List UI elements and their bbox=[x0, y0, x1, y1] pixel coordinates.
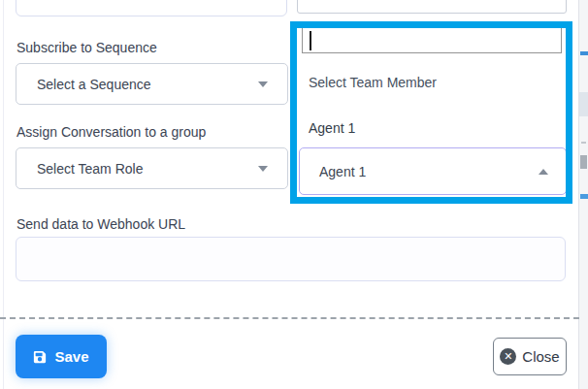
close-circle-icon: ✕ bbox=[500, 348, 516, 365]
floppy-disk-icon bbox=[33, 350, 47, 364]
caret-down-icon bbox=[258, 81, 268, 87]
background-page-fragment bbox=[580, 51, 588, 55]
save-button[interactable]: Save bbox=[16, 335, 107, 378]
assign-group-label: Assign Conversation to a group bbox=[16, 124, 206, 140]
webhook-url-input[interactable] bbox=[16, 237, 566, 281]
webhook-url-label: Send data to Webhook URL bbox=[16, 216, 185, 232]
text-cursor bbox=[310, 31, 311, 50]
team-member-select[interactable]: Agent 1 bbox=[299, 147, 567, 195]
automation-settings-modal: Subscribe to Sequence Select a Sequence … bbox=[0, 0, 588, 389]
background-page-fragment bbox=[579, 92, 588, 116]
team-member-select-value: Agent 1 bbox=[300, 164, 366, 179]
background-page-fragment bbox=[580, 194, 588, 199]
background-page-fragment bbox=[580, 155, 587, 169]
save-button-label: Save bbox=[54, 348, 88, 365]
team-member-search-input[interactable] bbox=[302, 27, 562, 53]
modal-right-border bbox=[578, 0, 579, 389]
team-role-select[interactable]: Select Team Role bbox=[16, 147, 288, 189]
sequence-select[interactable]: Select a Sequence bbox=[16, 63, 288, 105]
background-page-fragment bbox=[581, 142, 586, 144]
team-role-select-value: Select Team Role bbox=[16, 161, 143, 177]
caret-up-icon bbox=[539, 169, 548, 175]
dropdown-option-select-team-member[interactable]: Select Team Member bbox=[309, 75, 437, 90]
modal-left-border bbox=[3, 0, 4, 389]
caret-down-icon bbox=[258, 166, 268, 172]
subscribe-sequence-label: Subscribe to Sequence bbox=[16, 40, 157, 55]
truncated-input-left[interactable] bbox=[16, 0, 287, 16]
sequence-select-value: Select a Sequence bbox=[16, 77, 151, 92]
close-button-label: Close bbox=[522, 348, 559, 365]
dropdown-option-agent-1[interactable]: Agent 1 bbox=[309, 120, 355, 136]
truncated-input-right[interactable] bbox=[297, 0, 567, 14]
close-button[interactable]: ✕ Close bbox=[493, 338, 567, 375]
footer-divider bbox=[0, 317, 579, 319]
